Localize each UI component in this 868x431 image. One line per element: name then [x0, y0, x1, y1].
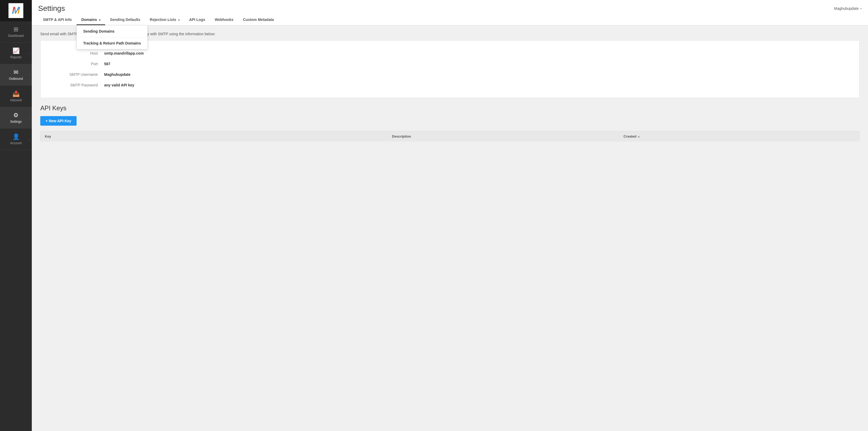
col-desc-label: Description — [392, 134, 411, 138]
sidebar: M ⊞ Dashboard 📈 Reports › ✉ Outbound › 📥… — [0, 0, 32, 431]
tab-label: Custom Metadata — [243, 18, 274, 22]
topbar: Settings Maghubupdate ▾ SMTP & API Info … — [32, 0, 868, 26]
sidebar-item-settings[interactable]: ⚙ Settings › — [0, 107, 32, 128]
topbar-top: Settings Maghubupdate ▾ — [38, 0, 862, 13]
col-created-label: Created — [623, 134, 636, 138]
dropdown-item-sending-domains[interactable]: Sending Domains — [77, 26, 147, 37]
settings-icon: ⚙ — [13, 112, 19, 119]
sidebar-arrow: › — [29, 73, 30, 76]
sidebar-item-outbound[interactable]: ✉ Outbound › — [0, 64, 32, 86]
tab-label: Webhooks — [215, 18, 234, 22]
smtp-port-value: 587 — [104, 62, 110, 66]
sidebar-item-dashboard[interactable]: ⊞ Dashboard — [0, 21, 32, 43]
sidebar-item-label: Dashboard — [8, 34, 24, 38]
col-header-created[interactable]: Created ▲ — [623, 134, 855, 138]
dropdown-label: Tracking & Return Path Domains — [83, 41, 141, 45]
inbound-icon: 📥 — [12, 90, 20, 97]
smtp-host-row: Host smtp.mandrillapp.com — [51, 48, 849, 59]
smtp-info-card: Host smtp.mandrillapp.com Port 587 SMTP … — [40, 40, 860, 98]
sidebar-item-inbound[interactable]: 📥 Inbound — [0, 86, 32, 107]
tab-custom-metadata[interactable]: Custom Metadata — [238, 15, 279, 25]
smtp-intro: Send email with SMTP. — [40, 32, 80, 36]
reports-icon: 📈 — [12, 48, 20, 54]
tab-label: Sending Defaults — [110, 18, 140, 22]
sidebar-arrow: › — [29, 138, 30, 141]
logo-letter: M — [12, 5, 20, 16]
logo-box: M — [8, 3, 23, 18]
sidebar-item-label: Inbound — [10, 98, 22, 102]
smtp-host-value: smtp.mandrillapp.com — [104, 51, 144, 55]
sidebar-nav: ⊞ Dashboard 📈 Reports › ✉ Outbound › 📥 I… — [0, 21, 32, 431]
sidebar-item-label: Settings — [10, 120, 22, 124]
tab-sending-defaults[interactable]: Sending Defaults — [105, 15, 145, 25]
dropdown-label: Sending Domains — [83, 29, 115, 33]
smtp-password-value: any valid API key — [104, 83, 134, 87]
sidebar-item-label: Outbound — [9, 77, 23, 81]
username-label: Maghubupdate — [834, 6, 859, 10]
sidebar-arrow: › — [29, 52, 30, 55]
outbound-icon: ✉ — [13, 69, 18, 76]
domains-dropdown-menu: Sending Domains Tracking & Return Path D… — [76, 25, 148, 49]
tab-api-logs[interactable]: API Logs — [184, 15, 210, 25]
sidebar-item-label: Account — [10, 141, 22, 145]
tab-webhooks[interactable]: Webhooks — [210, 15, 238, 25]
content-area: Send email with SMTP. Send email with SM… — [32, 26, 868, 431]
col-key-label: Key — [45, 134, 51, 138]
account-icon: 👤 — [12, 133, 20, 140]
tab-label: SMTP & API Info — [43, 18, 72, 22]
smtp-host-label: Host — [51, 51, 104, 55]
dropdown-item-tracking-return[interactable]: Tracking & Return Path Domains — [77, 37, 147, 49]
domains-dropdown-arrow: ▾ — [99, 19, 100, 22]
tab-label: API Logs — [189, 18, 205, 22]
col-header-description: Description — [392, 134, 624, 138]
tab-label: Domains — [81, 18, 97, 22]
main-area: Settings Maghubupdate ▾ SMTP & API Info … — [32, 0, 868, 431]
dashboard-icon: ⊞ — [13, 26, 18, 33]
smtp-username-row: SMTP Username Maghubupdate — [51, 69, 849, 80]
new-api-key-label: + New API Key — [45, 119, 71, 123]
user-menu-arrow: ▾ — [860, 7, 862, 10]
smtp-username-label: SMTP Username — [51, 72, 104, 76]
smtp-password-label: SMTP Password — [51, 83, 104, 87]
tab-smtp-api[interactable]: SMTP & API Info — [38, 15, 76, 25]
sidebar-item-reports[interactable]: 📈 Reports › — [0, 43, 32, 64]
sidebar-item-account[interactable]: 👤 Account › — [0, 128, 32, 150]
smtp-username-value: Maghubupdate — [104, 72, 131, 76]
smtp-port-label: Port — [51, 62, 104, 66]
new-api-key-button[interactable]: + New API Key — [40, 116, 76, 126]
sort-ascending-icon: ▲ — [638, 135, 640, 138]
tab-rejection-lists[interactable]: Rejection Lists ▾ — [145, 15, 184, 25]
rejection-dropdown-arrow: ▾ — [178, 19, 180, 22]
sidebar-arrow: › — [29, 116, 30, 119]
smtp-port-row: Port 587 — [51, 59, 849, 69]
sidebar-item-label: Reports — [10, 55, 22, 59]
tab-label: Rejection Lists — [150, 18, 176, 22]
user-menu[interactable]: Maghubupdate ▾ — [834, 6, 862, 10]
api-keys-title: API Keys — [40, 104, 860, 112]
page-title: Settings — [38, 4, 65, 13]
smtp-description: Send email with SMTP. Send email with SM… — [40, 32, 860, 36]
smtp-password-row: SMTP Password any valid API key — [51, 80, 849, 90]
api-keys-table-header: Key Description Created ▲ — [40, 131, 860, 142]
sidebar-logo[interactable]: M — [0, 0, 32, 21]
nav-tabs: SMTP & API Info Domains ▾ Sending Domain… — [38, 13, 862, 25]
col-header-key: Key — [45, 134, 392, 138]
tab-domains[interactable]: Domains ▾ Sending Domains Tracking & Ret… — [76, 15, 105, 25]
